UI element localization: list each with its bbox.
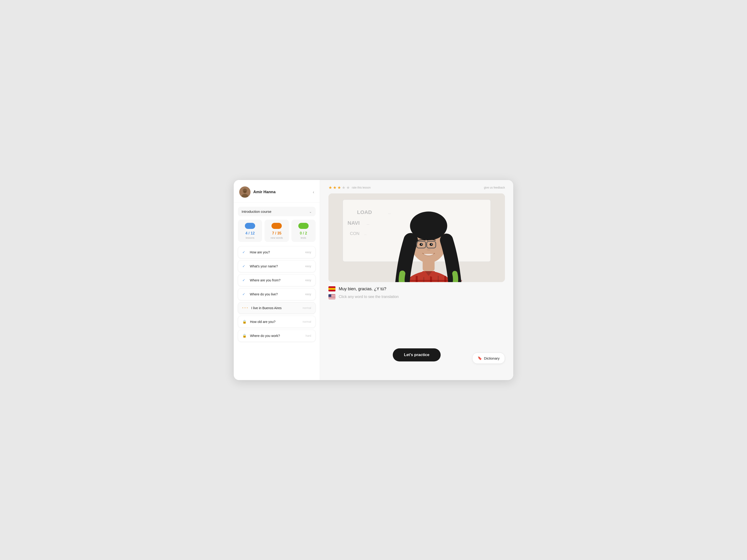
words-desc: new words: [271, 236, 283, 239]
video-section: LOAD ... NAVI ... CON ...: [329, 193, 505, 282]
collapse-button[interactable]: ‹: [313, 190, 314, 195]
video-placeholder: LOAD ... NAVI ... CON ...: [329, 193, 505, 282]
lesson-item[interactable]: ✓Where do you live?easy: [238, 288, 316, 300]
lesson-item[interactable]: ✓What's your name?easy: [238, 260, 316, 272]
lesson-lock-icon: 🔒: [242, 334, 247, 338]
spanish-text[interactable]: Muy bien, gracias. ¿Y tú?: [339, 287, 386, 291]
stat-words: 7 / 35 new words: [264, 219, 289, 242]
lesson-difficulty: easy: [305, 293, 311, 296]
app-container: Amir Hanna ‹ Introduction course ⌄ 4 / 1…: [233, 180, 514, 380]
svg-point-33: [430, 243, 433, 246]
dictionary-button[interactable]: 🔖 Dictionary: [472, 352, 505, 364]
sidebar-header: Amir Hanna ‹: [234, 180, 320, 203]
lesson-check-icon: ✓: [242, 292, 247, 296]
user-name: Amir Hanna: [253, 190, 310, 194]
stat-tests: 0 / 2 tests: [291, 219, 316, 242]
tests-desc: tests: [301, 236, 306, 239]
stars[interactable]: ★★★★★: [329, 185, 350, 190]
lesson-item[interactable]: ✓Where are you from?easy: [238, 274, 316, 286]
lesson-item[interactable]: 🔒How old are you?normal: [238, 316, 316, 328]
svg-text:NAVI: NAVI: [347, 220, 360, 226]
star-filled[interactable]: ★: [329, 185, 332, 190]
lesson-title: How are you?: [250, 250, 302, 254]
words-count: 7 / 35: [272, 231, 281, 235]
lesson-title: What's your name?: [250, 264, 302, 268]
lesson-title: Where are you from?: [250, 278, 302, 282]
words-icon: [272, 223, 282, 229]
teacher-illustration: LOAD ... NAVI ... CON ...: [329, 193, 505, 282]
avatar-svg: [239, 186, 251, 197]
star-filled[interactable]: ★: [337, 185, 341, 190]
lesson-item[interactable]: • • •I live in Buenos Airesnormal: [238, 302, 316, 314]
svg-text:...: ...: [366, 222, 369, 225]
practice-button[interactable]: Let's practice: [393, 348, 441, 362]
svg-text:...: ...: [388, 211, 391, 215]
lesson-progress-icon: • • •: [242, 306, 248, 310]
spanish-flag-icon: [329, 286, 335, 291]
lesson-lock-icon: 🔒: [242, 320, 247, 324]
top-bar: ★★★★★ rate this lesson give us feedback: [320, 180, 513, 193]
lesson-difficulty: normal: [303, 320, 311, 323]
transcript-area: Muy bien, gracias. ¿Y tú? Click any word…: [329, 286, 505, 299]
lesson-title: Where do you live?: [250, 292, 302, 296]
tests-count: 0 / 2: [300, 231, 307, 235]
lesson-title: I live in Buenos Aires: [251, 306, 299, 310]
svg-text:LOAD: LOAD: [357, 209, 372, 215]
lessons-desc: lessons: [246, 236, 254, 239]
star-empty[interactable]: ★: [342, 185, 345, 190]
main-content: ★★★★★ rate this lesson give us feedback …: [320, 180, 513, 380]
lesson-difficulty: easy: [305, 278, 311, 282]
star-filled[interactable]: ★: [333, 185, 337, 190]
sidebar: Amir Hanna ‹ Introduction course ⌄ 4 / 1…: [234, 180, 320, 380]
lesson-item[interactable]: ✓How are you?easy: [238, 246, 316, 258]
lesson-item[interactable]: 🔒Where do you work?hard: [238, 330, 316, 342]
lessons-count: 4 / 12: [246, 231, 255, 235]
stat-lessons: 4 / 12 lessons: [238, 219, 262, 242]
feedback-link[interactable]: give us feedback: [484, 186, 505, 189]
lessons-icon: [245, 223, 255, 229]
avatar: [239, 186, 251, 197]
course-chevron-icon: ⌄: [309, 210, 312, 213]
translation-line: Click any word to see the translation: [329, 294, 505, 299]
lesson-title: Where do you work?: [250, 334, 302, 338]
rate-label: rate this lesson: [352, 186, 371, 189]
lesson-title: How old are you?: [250, 320, 299, 324]
lesson-difficulty: easy: [305, 265, 311, 268]
svg-point-34: [421, 244, 422, 245]
lesson-difficulty: normal: [303, 306, 311, 310]
course-selector[interactable]: Introduction course ⌄: [238, 207, 316, 216]
stats-row: 4 / 12 lessons 7 / 35 new words 0 / 2 te…: [238, 219, 316, 242]
lesson-difficulty: easy: [305, 250, 311, 254]
bookmark-icon: 🔖: [478, 356, 482, 360]
lesson-check-icon: ✓: [242, 250, 247, 254]
svg-point-32: [419, 243, 423, 246]
svg-point-35: [431, 244, 432, 245]
svg-text:...: ...: [364, 232, 366, 236]
course-label: Introduction course: [241, 210, 272, 213]
tests-icon: [298, 223, 309, 229]
svg-text:CON: CON: [350, 231, 360, 236]
spanish-line: Muy bien, gracias. ¿Y tú?: [329, 286, 505, 291]
star-empty[interactable]: ★: [346, 185, 350, 190]
lesson-difficulty: hard: [306, 334, 311, 338]
lessons-list: ✓How are you?easy✓What's your name?easy✓…: [234, 246, 320, 380]
translation-hint: Click any word to see the translation: [339, 295, 399, 299]
rating-area: ★★★★★ rate this lesson: [329, 185, 371, 190]
us-flag-icon: [329, 294, 335, 299]
svg-point-31: [427, 248, 431, 251]
dictionary-label: Dictionary: [484, 356, 499, 360]
svg-point-3: [243, 191, 247, 193]
lesson-check-icon: ✓: [242, 264, 247, 268]
lesson-check-icon: ✓: [242, 278, 247, 282]
